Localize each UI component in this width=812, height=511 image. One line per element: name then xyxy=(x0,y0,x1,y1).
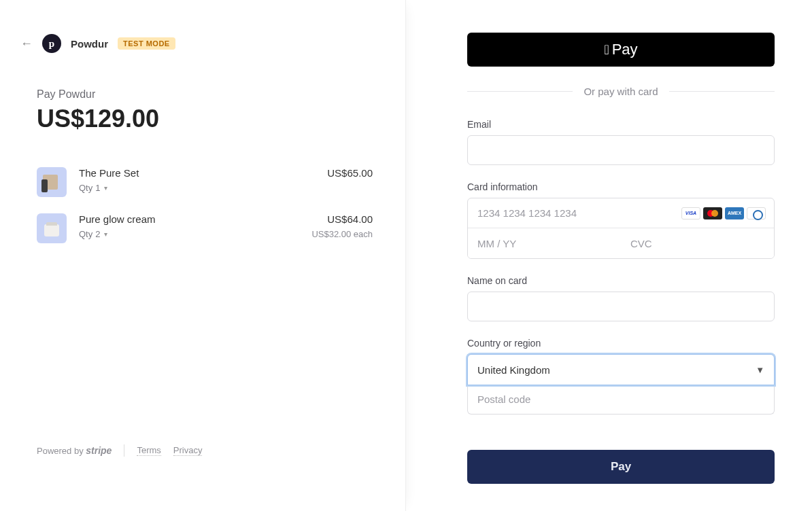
postal-code-field[interactable] xyxy=(467,385,775,415)
divider-or: Or pay with card xyxy=(467,86,775,97)
card-input-group: VISA AMEX xyxy=(467,198,775,259)
order-total: US$129.00 xyxy=(37,105,373,133)
pay-to-label: Pay Powdur xyxy=(37,88,373,101)
order-summary-panel: ← p Powdur TEST MODE Pay Powdur US$129.0… xyxy=(0,0,406,511)
product-title: Pure glow cream xyxy=(79,213,311,225)
product-title: The Pure Set xyxy=(79,167,327,179)
card-cvc-field[interactable] xyxy=(621,228,774,258)
line-price: US$65.00 xyxy=(327,167,373,179)
back-arrow-icon[interactable]: ← xyxy=(20,37,33,50)
product-thumbnail xyxy=(37,167,67,197)
powered-by-label: Powered by stripe xyxy=(37,445,112,456)
pay-button[interactable]: Pay xyxy=(467,450,775,484)
line-items: The Pure Set Qty 1 ▾ US$65.00 Pure glow … xyxy=(37,167,373,260)
summary-footer: Powered by stripe Terms Privacy xyxy=(37,444,373,491)
test-mode-badge: TEST MODE xyxy=(118,37,175,50)
or-pay-with-card-label: Or pay with card xyxy=(583,86,658,97)
card-expiry-field[interactable] xyxy=(468,228,621,258)
amex-icon: AMEX xyxy=(725,207,744,219)
country-label: Country or region xyxy=(467,338,775,349)
qty-label: Qty xyxy=(79,183,92,193)
mastercard-icon xyxy=(703,207,722,219)
card-info-label: Card information xyxy=(467,181,775,192)
quantity-selector[interactable]: Qty 2 ▾ xyxy=(79,229,311,239)
qty-label: Qty xyxy=(79,229,92,239)
unit-price: US$32.00 each xyxy=(311,229,373,239)
country-value: United Kingdom xyxy=(477,364,550,376)
name-on-card-label: Name on card xyxy=(467,275,775,286)
payment-panel:  Pay Or pay with card Email Card inform… xyxy=(406,0,812,511)
stripe-logo: stripe xyxy=(86,445,112,456)
terms-link[interactable]: Terms xyxy=(137,445,160,456)
apple-pay-label: Pay xyxy=(612,41,638,58)
product-thumbnail xyxy=(37,213,67,243)
visa-icon: VISA xyxy=(681,207,700,219)
line-item: The Pure Set Qty 1 ▾ US$65.00 xyxy=(37,167,373,197)
merchant-logo: p xyxy=(42,34,61,53)
merchant-name: Powdur xyxy=(71,38,108,50)
card-brand-icons: VISA AMEX xyxy=(681,207,766,219)
merchant-header: ← p Powdur TEST MODE xyxy=(20,34,373,53)
chevron-down-icon: ▾ xyxy=(104,230,107,238)
chevron-down-icon: ▾ xyxy=(104,184,107,192)
qty-value: 2 xyxy=(95,229,100,239)
apple-icon:  xyxy=(604,43,609,56)
email-label: Email xyxy=(467,119,775,130)
card-number-field[interactable] xyxy=(477,207,681,219)
diners-icon xyxy=(747,207,766,219)
line-price: US$64.00 xyxy=(311,213,373,225)
divider xyxy=(124,444,124,457)
qty-value: 1 xyxy=(95,183,100,193)
privacy-link[interactable]: Privacy xyxy=(173,445,203,456)
email-field[interactable] xyxy=(467,135,775,165)
name-on-card-field[interactable] xyxy=(467,292,775,321)
country-group: United Kingdom ▼ xyxy=(467,354,775,415)
quantity-selector[interactable]: Qty 1 ▾ xyxy=(79,183,327,193)
country-select[interactable]: United Kingdom ▼ xyxy=(467,354,775,385)
chevron-down-icon: ▼ xyxy=(756,365,764,375)
line-item: Pure glow cream Qty 2 ▾ US$64.00 US$32.0… xyxy=(37,213,373,243)
apple-pay-button[interactable]:  Pay xyxy=(467,33,775,67)
